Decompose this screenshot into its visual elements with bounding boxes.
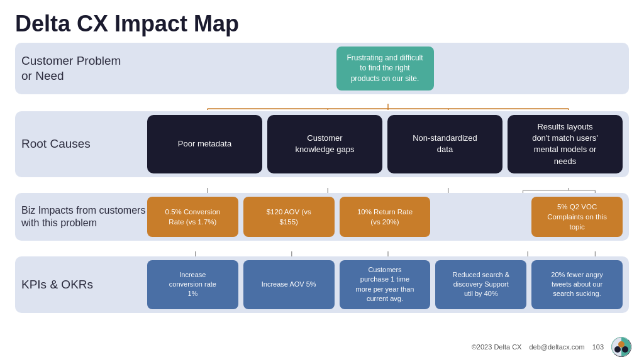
customer-problem-label: Customer Problemor Need [21,53,147,84]
kpis-row: KPIs & OKRs Increaseconversion rate1% In… [15,256,629,313]
biz-impact-2: 10% Return Rate(vs 20%) [340,197,431,237]
connector-3 [147,248,629,253]
page-title: Delta CX Impact Map [15,11,629,36]
connector-2 [147,184,629,189]
biz-impacts-row: Biz Impacts from customerswith this prob… [15,193,629,241]
footer: ©2023 Delta CX deb@deltacx.com 103 [472,337,631,357]
root-cause-2: Non-standardizeddata [387,115,502,173]
root-cause-1: Customerknowledge gaps [267,115,382,173]
biz-impact-4: 5% Q2 VOCComplaints on thistopic [531,197,623,237]
connector-svg-3 [147,251,629,256]
footer-logo [611,337,631,357]
biz-impacts-content: 0.5% ConversionRate (vs 1.7%) $120 AOV (… [147,197,623,237]
biz-impact-1: $120 AOV (vs$155) [243,197,335,237]
footer-copyright: ©2023 Delta CX [472,343,522,351]
biz-impact-3-empty [435,197,526,237]
main-container: Delta CX Impact Map Customer Problemor N… [0,0,644,362]
connector-1 [147,101,629,107]
svg-point-21 [618,341,625,348]
kpi-1: Increase AOV 5% [243,260,335,309]
root-causes-row: Root Causes Poor metadata Customerknowle… [15,111,629,177]
connector-svg-1 [147,104,629,110]
footer-page-number: 103 [592,343,604,351]
root-cause-3: Results layoutsdon't match users'mental … [508,115,623,173]
connector-svg-2 [147,188,629,193]
problem-box: Frustrating and difficult to find the ri… [336,47,434,90]
kpi-3: Reduced search &discovery Supportutil by… [435,260,526,309]
root-causes-content: Poor metadata Customerknowledge gaps Non… [147,115,623,173]
customer-problem-content: Frustrating and difficult to find the ri… [147,47,623,90]
kpi-0: Increaseconversion rate1% [147,260,238,309]
biz-impacts-label: Biz Impacts from customerswith this prob… [21,204,147,229]
customer-problem-row: Customer Problemor Need Frustrating and … [15,43,629,94]
root-causes-label: Root Causes [21,136,147,151]
footer-email: deb@deltacx.com [529,343,584,351]
biz-impact-0: 0.5% ConversionRate (vs 1.7%) [147,197,238,237]
kpis-content: Increaseconversion rate1% Increase AOV 5… [147,260,623,309]
svg-point-20 [622,346,628,353]
kpi-4: 20% fewer angrytweets about oursearch su… [531,260,623,309]
svg-point-19 [614,346,621,353]
kpis-label: KPIs & OKRs [21,277,147,292]
root-cause-0: Poor metadata [147,115,262,173]
kpi-2: Customerspurchase 1 timemore per year th… [340,260,431,309]
